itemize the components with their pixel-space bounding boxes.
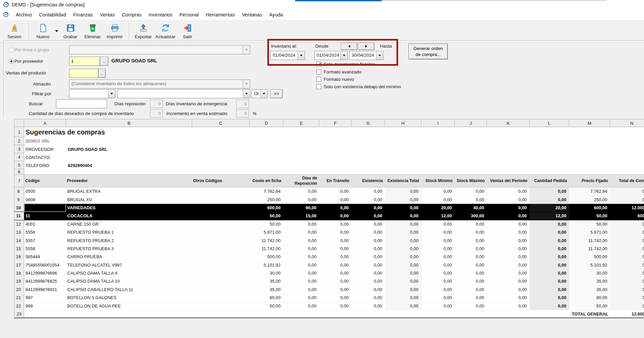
- cell-r11-K[interactable]: 0,00: [487, 212, 530, 220]
- cell-r17-I[interactable]: 0,00: [421, 261, 455, 269]
- cell-r16-B[interactable]: CARRO PRUEBA: [66, 253, 192, 261]
- row-header-16[interactable]: 16: [14, 253, 24, 261]
- cell-r20-B[interactable]: CALIPSO CABALLERO TALLA 11: [66, 285, 192, 293]
- cell-r11-L[interactable]: 12,00: [530, 212, 569, 220]
- cell-r17-L[interactable]: 0,00: [530, 261, 569, 269]
- column-header-J[interactable]: J: [455, 119, 487, 127]
- cell-r19-L[interactable]: 0,00: [530, 277, 569, 285]
- checkbox-unchecked[interactable]: [316, 69, 321, 74]
- cell-r12-C[interactable]: [192, 220, 250, 228]
- cell-r11-M[interactable]: 50,00: [569, 212, 610, 220]
- cell-r17-B[interactable]: TELEFONO ALCATEL V987: [66, 261, 192, 269]
- cell-r17-M[interactable]: 5.101,92: [569, 261, 610, 269]
- cell-r15-N[interactable]: 0,00: [610, 244, 644, 252]
- menu-ventanas[interactable]: Ventanas: [242, 12, 262, 17]
- cell-r22-L[interactable]: 0,00: [530, 302, 569, 310]
- cell-r12-F[interactable]: 0,00: [319, 220, 352, 228]
- cell-r12-G[interactable]: 0,00: [352, 220, 385, 228]
- cell-r18-F[interactable]: 0,00: [319, 269, 352, 277]
- cell-r17-E[interactable]: 0,00: [283, 261, 319, 269]
- menu-archivo[interactable]: Archivo: [16, 12, 32, 17]
- cell-r15-J[interactable]: 0,00: [455, 244, 487, 252]
- cell-r11-B[interactable]: COCACOLA: [66, 212, 192, 220]
- row-header-8[interactable]: 8: [14, 187, 24, 195]
- row-header-23[interactable]: 23: [14, 310, 24, 318]
- cell-r19-N[interactable]: 0,00: [610, 277, 644, 285]
- toolbar-grabar-button[interactable]: Grabar: [59, 21, 82, 41]
- cell-r10-C[interactable]: [192, 204, 250, 212]
- cell-r18-C[interactable]: [192, 269, 250, 277]
- cell-r20-H[interactable]: 0,00: [385, 285, 421, 293]
- row-header-13[interactable]: 13: [14, 228, 24, 236]
- column-header-I[interactable]: I: [421, 119, 455, 127]
- by-line-radio[interactable]: [9, 48, 14, 52]
- cell-r19-G[interactable]: 0,00: [352, 277, 385, 285]
- col-header-otros-c-digos[interactable]: Otros Códigos: [192, 175, 250, 187]
- cell-r14-N[interactable]: 0,00: [610, 236, 644, 244]
- to-datepicker[interactable]: 30/04/2024: [349, 51, 383, 60]
- column-header-K[interactable]: K: [487, 119, 530, 127]
- cell-r11-N[interactable]: 600,00: [610, 212, 644, 220]
- cell-r9-L[interactable]: 0,00: [530, 195, 569, 204]
- cell-r21-F[interactable]: 0,00: [319, 294, 352, 302]
- by-supplier-radio[interactable]: [9, 59, 14, 64]
- cell-r21-N[interactable]: 0,00: [610, 294, 644, 302]
- filter-operator-combobox[interactable]: Or: [252, 89, 268, 98]
- cell-r9-I[interactable]: 0,00: [421, 195, 455, 204]
- next-period-button[interactable]: [358, 43, 374, 50]
- cell-r14-F[interactable]: 0,00: [319, 236, 352, 244]
- chevron-down-icon[interactable]: [243, 90, 250, 98]
- column-header-M[interactable]: M: [569, 119, 610, 127]
- cell-r17-K[interactable]: 0,00: [487, 261, 530, 269]
- cell-r14-C[interactable]: [192, 236, 250, 244]
- cell-r16-J[interactable]: 0,00: [455, 253, 487, 261]
- cell-r14-L[interactable]: 0,00: [530, 236, 569, 244]
- cell-r19-B[interactable]: CALIPSO DAMA TALLA 10: [66, 277, 192, 285]
- cell-r8-F[interactable]: 0,00: [319, 187, 352, 195]
- menu-compras[interactable]: Compras: [122, 12, 142, 17]
- sheet-row-4[interactable]: CONTACTO:: [24, 153, 644, 161]
- select-all-corner[interactable]: [14, 119, 24, 127]
- from-datepicker[interactable]: 01/04/2024: [314, 51, 348, 60]
- checkbox-unchecked[interactable]: [316, 77, 321, 82]
- cell-r22-F[interactable]: 0,00: [319, 302, 352, 310]
- cell-r9-B[interactable]: BRUGAL XV: [66, 195, 192, 204]
- col-header-stock-m-nimo[interactable]: Stock Mínimo: [421, 175, 455, 187]
- cell-r21-C[interactable]: [192, 294, 250, 302]
- toolbar-salir-button[interactable]: Salir: [176, 21, 199, 41]
- cell-r10-A[interactable]: 1: [24, 204, 66, 212]
- cell-r14-D[interactable]: 11.742,00: [250, 236, 283, 244]
- cell-r19-J[interactable]: 0,00: [455, 277, 487, 285]
- cell-r20-E[interactable]: 0,00: [283, 285, 319, 293]
- toolbar-actualizar-button[interactable]: Actualizar: [154, 21, 176, 41]
- menu-contabilidad[interactable]: Contabilidad: [39, 12, 66, 17]
- cell-r11-E[interactable]: 15,00: [283, 212, 319, 220]
- cell-r10-B[interactable]: VARIEDADES: [66, 204, 192, 212]
- cell-r8-N[interactable]: 0,00: [610, 187, 644, 195]
- toolbar-nuevo-button[interactable]: Nuevo: [32, 21, 54, 41]
- cell-r14-H[interactable]: 0,00: [385, 236, 421, 244]
- cell-r15-I[interactable]: 0,00: [421, 244, 455, 252]
- cell-r8-H[interactable]: 0,00: [385, 187, 421, 195]
- toolbar-eliminar-button[interactable]: Eliminar: [82, 21, 104, 41]
- cell-r18-L[interactable]: 0,00: [530, 269, 569, 277]
- cell-r13-C[interactable]: [192, 228, 250, 236]
- cell-r8-I[interactable]: 0,00: [421, 187, 455, 195]
- cell-r13-N[interactable]: 0,00: [610, 228, 644, 236]
- cell-r18-G[interactable]: 0,00: [352, 269, 385, 277]
- cell-r12-N[interactable]: 0,00: [610, 220, 644, 228]
- cell-r17-J[interactable]: 0,00: [455, 261, 487, 269]
- cell-r20-F[interactable]: 0,00: [319, 285, 352, 293]
- menu-herramientas[interactable]: Herramientas: [206, 12, 235, 17]
- cell-r18-N[interactable]: 0,00: [610, 269, 644, 277]
- warehouse-combobox[interactable]: (Considerar inventario de todos los alma…: [69, 79, 250, 89]
- cell-r9-E[interactable]: 0,00: [283, 195, 319, 204]
- chevron-down-icon[interactable]: [260, 90, 267, 98]
- cell-r21-H[interactable]: 0,00: [385, 294, 421, 302]
- cell-r16-M[interactable]: 500,00: [569, 253, 610, 261]
- cell-r22-E[interactable]: 0,00: [283, 302, 319, 310]
- cell-r13-I[interactable]: 0,00: [421, 228, 455, 236]
- cell-r18-K[interactable]: 0,00: [487, 269, 530, 277]
- cell-r18-M[interactable]: 30,00: [569, 269, 610, 277]
- cell-r13-F[interactable]: 0,00: [319, 228, 352, 236]
